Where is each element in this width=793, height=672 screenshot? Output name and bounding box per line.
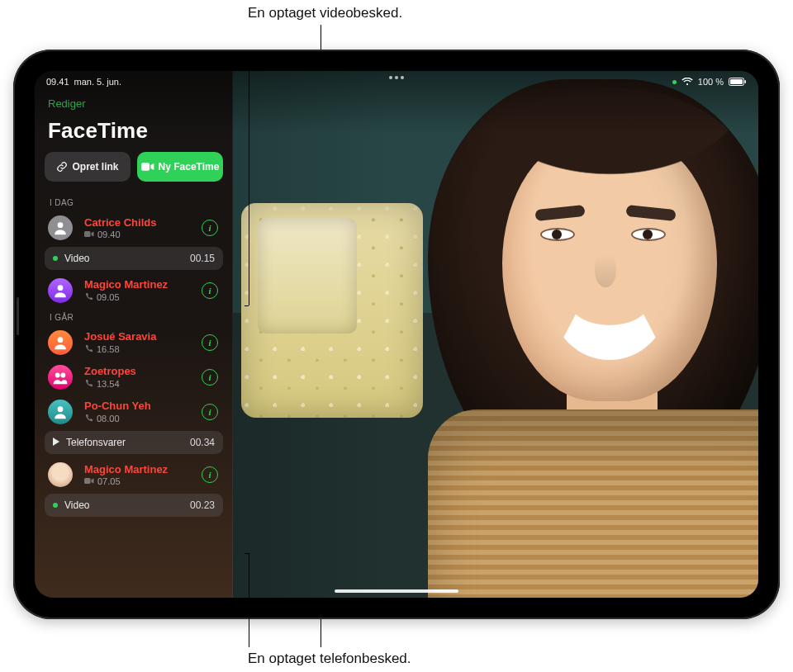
call-name: Po-Chun Yeh [84, 400, 195, 413]
edit-button[interactable]: Rediger [45, 94, 89, 118]
avatar [48, 462, 73, 487]
callout-top: En optaget videobesked. [248, 5, 402, 21]
call-name: Magico Martinez [84, 278, 195, 291]
svg-point-8 [55, 373, 60, 378]
call-time: 16.58 [97, 344, 120, 354]
avatar [48, 330, 73, 355]
svg-rect-11 [84, 478, 91, 484]
new-facetime-label: Ny FaceTime [159, 161, 220, 173]
phone-missed-icon [84, 379, 93, 390]
video-missed-icon [84, 476, 94, 486]
link-icon [56, 161, 68, 173]
screen: 09.41 man. 5. jun. 100 % [35, 71, 758, 598]
info-button[interactable]: i [202, 334, 218, 351]
video-message-label: Video [64, 253, 89, 264]
home-indicator[interactable] [335, 589, 458, 593]
call-name: Catrice Childs [84, 216, 195, 230]
info-button[interactable]: i [202, 369, 218, 386]
figure: En optaget videobesked. En optaget telef… [0, 0, 793, 672]
video-icon [141, 162, 154, 172]
svg-point-6 [58, 285, 64, 291]
status-bar: 09.41 man. 5. jun. 100 % [35, 71, 758, 89]
video-missed-icon [84, 230, 94, 239]
phone-missed-icon [84, 344, 93, 355]
play-icon [53, 437, 59, 448]
status-date: man. 5. jun. [74, 77, 121, 87]
call-time: 13.54 [97, 379, 120, 389]
multitasking-dots[interactable] [389, 76, 404, 79]
video-message-duration: 00.15 [190, 253, 215, 264]
camera-active-dot [672, 80, 677, 84]
status-time: 09.41 [46, 77, 69, 87]
create-link-button[interactable]: Opret link [45, 152, 131, 182]
svg-rect-5 [84, 231, 91, 237]
callout-top-connector [249, 59, 249, 305]
call-name: Josué Saravia [84, 330, 195, 343]
video-message-row[interactable]: Video 00.15 [45, 247, 223, 270]
unread-dot-icon [53, 503, 58, 508]
phone-missed-icon [84, 292, 93, 303]
call-item[interactable]: Josué Saravia 16.58 i [45, 325, 223, 360]
app-title: FaceTime [45, 118, 223, 152]
unread-dot-icon [53, 256, 58, 261]
svg-point-7 [58, 337, 64, 343]
svg-point-9 [60, 373, 65, 378]
voicemail-label: Telefonsvarer [66, 437, 126, 448]
video-message-row[interactable]: Video 00.23 [45, 494, 223, 517]
call-time: 09.40 [97, 230, 121, 239]
info-button[interactable]: i [202, 220, 218, 236]
callout-bottom-line-v [321, 618, 321, 647]
voicemail-message-row[interactable]: Telefonsvarer 00.34 [45, 431, 223, 454]
camera-preview [233, 71, 758, 598]
call-item[interactable]: Catrice Childs 09.40 i [45, 211, 223, 245]
svg-point-10 [58, 406, 64, 412]
call-time: 08.00 [97, 414, 120, 424]
phone-missed-icon [84, 414, 93, 424]
call-time: 09.05 [97, 292, 120, 302]
battery-icon [729, 78, 747, 86]
callout-bottom-connector [249, 553, 249, 647]
battery-percent: 100 % [698, 77, 724, 87]
wifi-icon [681, 78, 693, 86]
avatar [48, 278, 73, 303]
video-message-label: Video [64, 499, 89, 511]
info-button[interactable]: i [202, 466, 218, 483]
call-item[interactable]: Magico Martinez 07.05 i [45, 457, 223, 492]
armchair-illustration [241, 203, 423, 418]
new-facetime-button[interactable]: Ny FaceTime [137, 152, 223, 182]
facetime-sidebar: Rediger FaceTime Opret link [35, 71, 233, 598]
call-item[interactable]: Zoetropes 13.54 i [45, 360, 223, 395]
section-header-today: I DAG [45, 193, 223, 211]
voicemail-duration: 00.34 [190, 437, 215, 448]
video-message-duration: 00.23 [190, 499, 215, 511]
avatar [48, 400, 73, 424]
call-name: Magico Martinez [84, 463, 195, 476]
ipad-frame: 09.41 man. 5. jun. 100 % [13, 50, 780, 619]
call-item[interactable]: Po-Chun Yeh 08.00 i [45, 395, 223, 429]
svg-rect-1 [730, 79, 743, 84]
callout-bottom: En optaget telefonbesked. [248, 651, 411, 667]
svg-rect-2 [745, 80, 747, 83]
call-item[interactable]: Magico Martinez 09.05 i [45, 273, 223, 308]
avatar [48, 215, 73, 240]
section-header-yesterday: I GÅR [45, 308, 223, 325]
svg-rect-3 [141, 163, 150, 170]
call-name: Zoetropes [84, 365, 195, 378]
call-time: 07.05 [97, 476, 121, 486]
svg-point-4 [58, 222, 64, 228]
device-side-button [17, 297, 19, 335]
create-link-label: Opret link [72, 161, 118, 173]
avatar [48, 365, 73, 390]
info-button[interactable]: i [202, 282, 218, 299]
info-button[interactable]: i [202, 404, 218, 420]
